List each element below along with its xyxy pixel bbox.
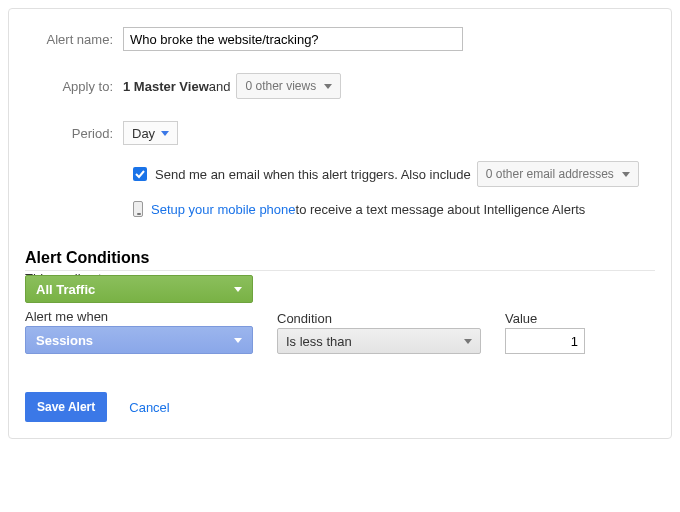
value-input[interactable]: [505, 328, 585, 354]
condition-value: Is less than: [286, 334, 352, 349]
value-label: Value: [505, 311, 585, 326]
apply-to-label: Apply to:: [25, 79, 123, 94]
chevron-down-icon: [622, 172, 630, 177]
alert-name-label: Alert name:: [25, 32, 123, 47]
applies-to-value: All Traffic: [36, 282, 95, 297]
cancel-button[interactable]: Cancel: [129, 400, 169, 415]
other-emails-label: 0 other email addresses: [486, 167, 614, 181]
apply-and-text: and: [209, 79, 231, 94]
chevron-down-icon: [161, 131, 169, 136]
period-label: Period:: [25, 126, 123, 141]
other-views-label: 0 other views: [245, 79, 316, 93]
phone-rest-text: to receive a text message about Intellig…: [296, 202, 586, 217]
actions-row: Save Alert Cancel: [25, 392, 655, 422]
row-alert-name: Alert name:: [25, 27, 655, 51]
row-phone: Setup your mobile phone to receive a tex…: [25, 201, 655, 217]
phone-icon: [133, 201, 143, 217]
applies-to-dropdown[interactable]: All Traffic: [25, 275, 253, 303]
condition-grid: Alert me when Sessions Condition Is less…: [25, 305, 655, 354]
condition-label: Condition: [277, 311, 481, 326]
alert-form-panel: Alert name: Apply to: 1 Master View and …: [8, 8, 672, 439]
divider: [25, 270, 655, 271]
email-checkbox-label: Send me an email when this alert trigger…: [155, 167, 471, 182]
condition-dropdown[interactable]: Is less than: [277, 328, 481, 354]
chevron-down-icon: [324, 84, 332, 89]
chevron-down-icon: [234, 338, 242, 343]
alert-name-input[interactable]: [123, 27, 463, 51]
alert-when-label: Alert me when: [25, 309, 253, 324]
email-checkbox[interactable]: [133, 167, 147, 181]
other-views-dropdown[interactable]: 0 other views: [236, 73, 341, 99]
alert-conditions-title: Alert Conditions: [25, 249, 655, 267]
save-button[interactable]: Save Alert: [25, 392, 107, 422]
alert-when-dropdown[interactable]: Sessions: [25, 326, 253, 354]
apply-selected-view: 1 Master View: [123, 79, 209, 94]
row-email-alert: Send me an email when this alert trigger…: [25, 161, 655, 187]
period-dropdown[interactable]: Day: [123, 121, 178, 145]
row-apply-to: Apply to: 1 Master View and 0 other view…: [25, 73, 655, 99]
setup-phone-link[interactable]: Setup your mobile phone: [151, 202, 296, 217]
alert-when-value: Sessions: [36, 333, 93, 348]
other-emails-dropdown[interactable]: 0 other email addresses: [477, 161, 639, 187]
row-period: Period: Day: [25, 121, 655, 145]
chevron-down-icon: [234, 287, 242, 292]
chevron-down-icon: [464, 339, 472, 344]
period-value: Day: [132, 126, 155, 141]
